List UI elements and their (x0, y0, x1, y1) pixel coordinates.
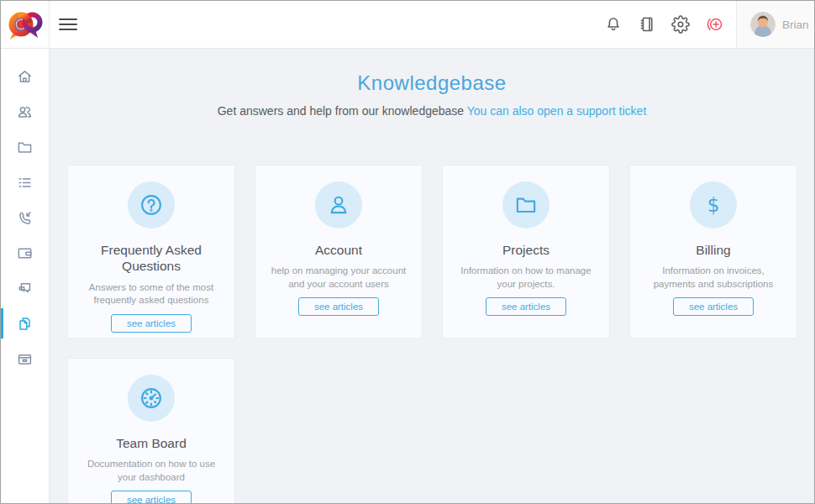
speedometer-icon (128, 375, 175, 422)
documents-icon (16, 315, 34, 333)
sidebar-item-contacts[interactable] (1, 94, 49, 129)
card-description: Information on how to manage your projec… (443, 265, 609, 291)
knowledgebase-card[interactable]: Account help on managing your account an… (255, 165, 422, 338)
sidebar-item-files[interactable] (1, 129, 49, 165)
card-description: Information on invoices, payments and su… (630, 265, 797, 291)
page-title: Knowledgebase (50, 71, 814, 95)
sidebar-item-archive[interactable] (1, 341, 49, 376)
settings-gear-icon[interactable] (670, 14, 691, 34)
topbar-actions (603, 14, 724, 34)
knowledgebase-cards: Frequently Asked Questions Answers to so… (68, 165, 814, 503)
support-ticket-link[interactable]: You can also open a support ticket (467, 104, 647, 118)
sidebar-item-home[interactable] (1, 59, 49, 94)
quick-add-icon[interactable] (704, 14, 724, 34)
card-description: help on managing your account and your a… (255, 265, 422, 291)
sidebar (1, 49, 50, 503)
topbar: Brian (1, 1, 814, 49)
card-title: Frequently Asked Questions (68, 242, 234, 275)
card-description: Answers to some of the most frequently a… (68, 281, 234, 307)
page-subtitle: Get answers and help from our knowledgeb… (50, 104, 814, 118)
card-title: Billing (687, 242, 739, 258)
hamburger-menu-icon[interactable] (59, 18, 77, 31)
knowledgebase-card[interactable]: $ Billing Information on invoices, payme… (630, 165, 797, 338)
knowledgebase-card[interactable]: Frequently Asked Questions Answers to so… (68, 165, 234, 338)
see-articles-button[interactable]: see articles (298, 297, 379, 316)
user-name: Brian (782, 18, 809, 31)
user-icon (315, 181, 362, 228)
card-title: Account (307, 242, 371, 258)
subtitle-text: Get answers and help from our knowledgeb… (218, 104, 464, 118)
sidebar-item-tasks[interactable] (1, 165, 49, 200)
archive-box-icon (16, 350, 34, 368)
notebook-icon[interactable] (637, 14, 657, 34)
question-circle-icon (128, 181, 175, 228)
svg-text:$: $ (707, 194, 720, 216)
sidebar-item-calls[interactable] (1, 200, 49, 235)
sidebar-item-chat[interactable] (1, 270, 49, 306)
home-icon (16, 68, 34, 86)
sidebar-item-payments[interactable] (1, 235, 49, 270)
card-title: Projects (494, 242, 558, 258)
notifications-bell-icon[interactable] (603, 14, 623, 34)
see-articles-button[interactable]: see articles (111, 491, 192, 503)
folder-icon (502, 181, 549, 228)
app-window: { "topbar": { "logo": "or-chat-rings-log… (0, 0, 815, 504)
wallet-icon (16, 244, 34, 262)
avatar (750, 12, 776, 37)
card-title: Team Board (108, 435, 195, 451)
users-icon (16, 103, 34, 121)
user-menu[interactable]: Brian (736, 1, 814, 48)
see-articles-button[interactable]: see articles (111, 314, 192, 333)
phone-incoming-icon (16, 209, 34, 227)
app-logo[interactable] (1, 1, 50, 48)
folder-icon (16, 139, 34, 156)
knowledgebase-card[interactable]: Team Board Documentation on how to use y… (68, 359, 234, 503)
knowledgebase-card[interactable]: Projects Information on how to manage yo… (443, 165, 609, 338)
sidebar-item-knowledgebase[interactable] (1, 306, 49, 341)
chat-icon (16, 280, 34, 297)
dollar-icon: $ (690, 181, 737, 228)
card-description: Documentation on how to use your dashboa… (68, 458, 234, 484)
see-articles-button[interactable]: see articles (486, 297, 566, 316)
or-logo-icon (7, 6, 44, 43)
list-icon (16, 174, 34, 192)
main-content: Knowledgebase Get answers and help from … (50, 49, 814, 503)
see-articles-button[interactable]: see articles (673, 297, 754, 316)
